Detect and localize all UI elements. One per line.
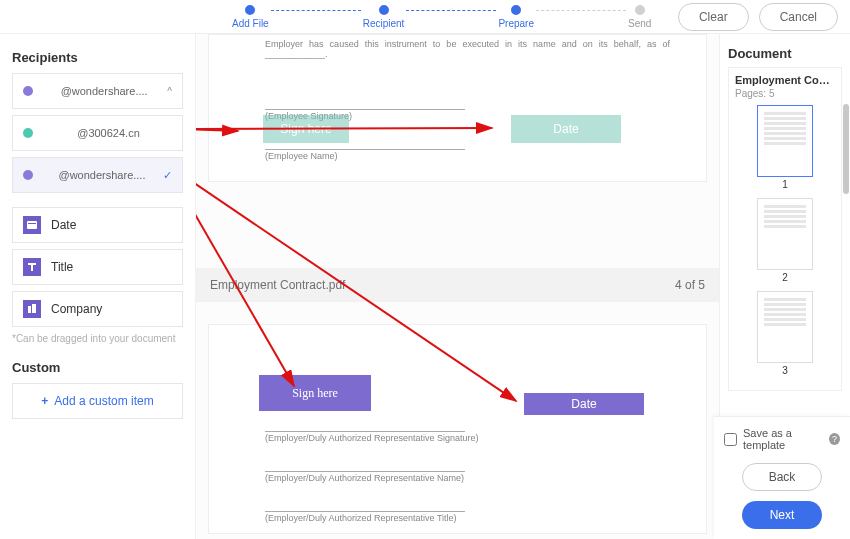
step-dot-recipient[interactable]: [379, 5, 389, 15]
save-template-checkbox[interactable]: [724, 433, 737, 446]
cancel-button[interactable]: Cancel: [759, 3, 838, 31]
color-dot: [23, 128, 33, 138]
doc-title: Employment Cont...: [735, 74, 835, 86]
step-dot-prepare[interactable]: [511, 5, 521, 15]
color-dot: [23, 170, 33, 180]
recipient-label: @wondershare....: [45, 85, 163, 97]
recipient-item-3[interactable]: @wondershare.... ✓: [12, 157, 183, 193]
document-canvas[interactable]: Employer has caused this instrument to b…: [195, 34, 720, 539]
date-placeholder-purple[interactable]: Date: [524, 393, 644, 415]
page-position-label: 4 of 5: [675, 278, 705, 292]
date-placeholder-teal[interactable]: Date: [511, 115, 621, 143]
step-label: Send: [628, 18, 651, 29]
sig-label-2: (Employer/Duly Authorized Representative…: [265, 433, 479, 443]
next-button[interactable]: Next: [742, 501, 822, 529]
document-heading: Document: [728, 46, 842, 61]
recipient-label: @300624.cn: [45, 127, 172, 139]
drag-hint: *Can be dragged into your document: [12, 333, 183, 344]
svg-rect-3: [31, 263, 33, 271]
save-template-label: Save as a template: [743, 427, 829, 451]
step-label: Prepare: [498, 18, 534, 29]
thumb-number: 3: [735, 365, 835, 376]
filename-label: Employment Contract.pdf: [210, 278, 345, 292]
field-label: Title: [51, 260, 73, 274]
step-label: Add File: [232, 18, 269, 29]
recipient-item-1[interactable]: @wondershare.... ^: [12, 73, 183, 109]
step-dot-addfile[interactable]: [245, 5, 255, 15]
sign-placeholder-purple[interactable]: Sign here: [259, 375, 371, 411]
recipient-label: @wondershare....: [45, 169, 159, 181]
page-banner: Employment Contract.pdf 4 of 5: [196, 268, 719, 302]
page-thumb-2[interactable]: [757, 198, 813, 270]
pages-label: Pages: 5: [735, 88, 835, 99]
field-label: Date: [51, 218, 76, 232]
custom-heading: Custom: [12, 360, 183, 375]
doc-page-top: Employer has caused this instrument to b…: [208, 34, 707, 182]
help-icon[interactable]: ?: [829, 433, 840, 445]
step-dot-send[interactable]: [635, 5, 645, 15]
field-company[interactable]: Company: [12, 291, 183, 327]
plus-icon: +: [41, 394, 48, 408]
field-date[interactable]: Date: [12, 207, 183, 243]
chevron-up-icon: ^: [167, 86, 172, 97]
color-dot: [23, 86, 33, 96]
check-icon: ✓: [163, 169, 172, 182]
stepper: Add File Recipient Prepare Send: [232, 5, 651, 29]
company-icon: [23, 300, 41, 318]
custom-add-label: Add a custom item: [54, 394, 153, 408]
thumb-number: 1: [735, 179, 835, 190]
name-label-2: (Employer/Duly Authorized Representative…: [265, 473, 464, 483]
date-icon: [23, 216, 41, 234]
title-label-2: (Employer/Duly Authorized Representative…: [265, 513, 457, 523]
thumb-number: 2: [735, 272, 835, 283]
thumbnail-card: Employment Cont... Pages: 5 1 2 3: [728, 67, 842, 391]
add-custom-item-button[interactable]: + Add a custom item: [12, 383, 183, 419]
thumb-scrollbar[interactable]: [843, 104, 849, 194]
doc-page-bottom: Sign here Date (Employer/Duly Authorized…: [208, 324, 707, 534]
clear-button[interactable]: Clear: [678, 3, 749, 31]
action-panel: Save as a template ? Back Next: [714, 416, 850, 539]
field-label: Company: [51, 302, 102, 316]
back-button[interactable]: Back: [742, 463, 822, 491]
recipients-heading: Recipients: [12, 50, 183, 65]
name-label: (Employee Name): [265, 151, 338, 161]
svg-rect-1: [28, 223, 36, 224]
page-thumb-3[interactable]: [757, 291, 813, 363]
top-bar: Add File Recipient Prepare Send Clear Ca…: [0, 0, 850, 34]
svg-rect-0: [27, 221, 37, 229]
sidebar: Recipients @wondershare.... ^ @300624.cn…: [0, 34, 195, 539]
field-title[interactable]: Title: [12, 249, 183, 285]
title-icon: [23, 258, 41, 276]
svg-rect-5: [32, 304, 36, 313]
svg-rect-4: [28, 306, 31, 313]
recipient-item-2[interactable]: @300624.cn: [12, 115, 183, 151]
body-text: Employer has caused this instrument to b…: [265, 39, 670, 59]
sign-placeholder-teal[interactable]: Sign here: [263, 115, 349, 143]
save-template-row[interactable]: Save as a template ?: [724, 427, 840, 451]
page-thumb-1[interactable]: [757, 105, 813, 177]
step-label: Recipient: [363, 18, 405, 29]
